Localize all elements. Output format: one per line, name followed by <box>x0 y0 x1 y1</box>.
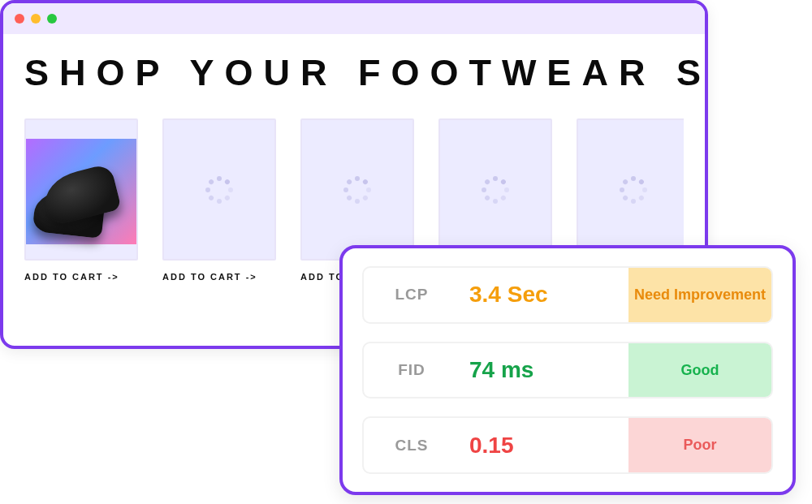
product-card: ADD TO CART -> <box>24 118 138 282</box>
metric-row-lcp: LCP 3.4 Sec Need Improvement <box>362 266 773 324</box>
product-card: ADD TO CART -> <box>162 118 276 282</box>
add-to-cart-button[interactable]: ADD TO CART -> <box>162 272 276 282</box>
metric-label: LCP <box>364 268 460 322</box>
metric-status: Need Improvement <box>628 268 771 322</box>
product-image-loading <box>162 118 276 261</box>
metric-status: Good <box>628 343 771 398</box>
loading-spinner-icon <box>620 176 647 204</box>
add-to-cart-button[interactable]: ADD TO CART -> <box>24 272 138 282</box>
metric-row-cls: CLS 0.15 Poor <box>362 416 773 474</box>
window-maximize-icon[interactable] <box>47 14 57 24</box>
product-image-loading <box>300 118 414 261</box>
window-titlebar <box>3 3 705 34</box>
metric-status: Poor <box>628 418 771 472</box>
window-minimize-icon[interactable] <box>31 14 41 24</box>
shoe-photo <box>26 139 136 244</box>
window-close-icon[interactable] <box>15 14 24 24</box>
site-heading: SHOP YOUR FOOTWEAR STYLE <box>24 52 684 94</box>
metric-value: 0.15 <box>460 418 628 472</box>
product-image-loading <box>577 118 684 261</box>
metric-label: FID <box>364 343 460 398</box>
metric-value: 3.4 Sec <box>460 268 628 322</box>
metric-label: CLS <box>364 418 460 472</box>
product-image[interactable] <box>24 118 138 261</box>
loading-spinner-icon <box>205 176 233 204</box>
web-vitals-panel: LCP 3.4 Sec Need Improvement FID 74 ms G… <box>339 245 796 495</box>
product-image-loading <box>438 118 552 261</box>
loading-spinner-icon <box>343 176 371 204</box>
metric-value: 74 ms <box>460 343 628 398</box>
loading-spinner-icon <box>482 176 509 204</box>
metric-row-fid: FID 74 ms Good <box>362 342 773 399</box>
